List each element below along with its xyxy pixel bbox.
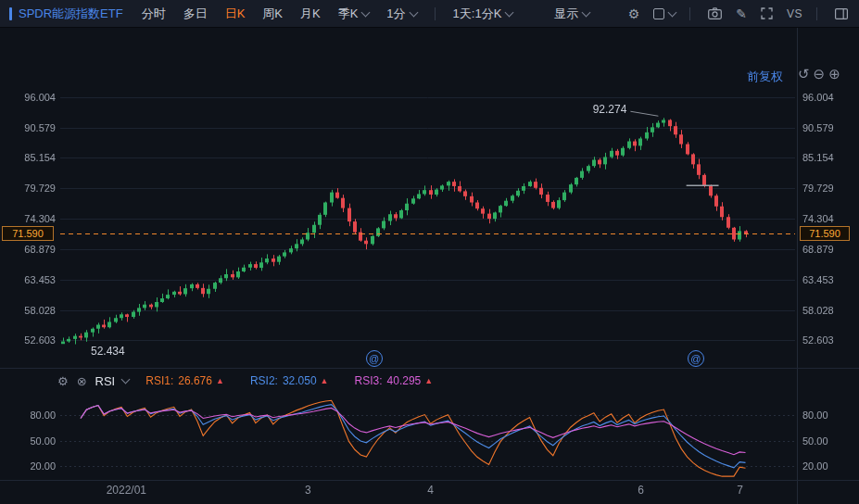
panel-right-icon[interactable]: [835, 8, 848, 19]
y-axis-label: 68.879: [0, 244, 56, 255]
rsi2-value: 32.050: [283, 374, 317, 387]
x-axis-label: 7: [737, 484, 743, 497]
up-arrow-icon: ▲: [424, 376, 433, 385]
y-axis-label: 58.028: [0, 305, 56, 316]
rsi3-value: 40.295: [387, 374, 422, 387]
tab-1min-label: 1分: [386, 6, 405, 22]
rsi2-legend: RSI2: 32.050 ▲: [250, 374, 329, 387]
y-axis-label: 96.004: [0, 92, 56, 103]
low-price-annotation: 52.434: [91, 345, 125, 358]
y-axis-label: 68.879: [802, 244, 856, 255]
chevron-down-icon: [668, 7, 677, 17]
event-marker[interactable]: @: [366, 350, 383, 367]
symbol-title: SPDR能源指数ETF: [9, 6, 123, 22]
display-menu-label: 显示: [554, 6, 578, 22]
expand-icon[interactable]: [761, 7, 773, 19]
rsi1-legend: RSI1: 26.676 ▲: [145, 374, 224, 387]
toolbar-icons: ⚙ ✎ VS: [628, 7, 850, 20]
symbol-title-text: SPDR能源指数ETF: [19, 6, 123, 22]
tab-quarterly-k[interactable]: 季K: [338, 6, 370, 22]
chevron-down-icon: [409, 7, 418, 17]
tab-range-selector[interactable]: 1天:1分K: [453, 6, 513, 22]
y-axis-label: 58.028: [802, 305, 856, 316]
chevron-down-icon: [121, 375, 131, 384]
y-axis-label: 85.154: [0, 152, 56, 163]
toolbar-divider: [689, 7, 690, 20]
rsi-axis-label: 80.00: [802, 410, 856, 421]
up-arrow-icon: ▲: [216, 376, 224, 385]
zoom-out-icon[interactable]: ⊖: [814, 66, 826, 82]
pencil-icon[interactable]: ✎: [736, 7, 747, 20]
zoom-in-icon[interactable]: ⊕: [828, 66, 840, 82]
x-axis-label: 4: [427, 484, 434, 497]
tab-multi-day[interactable]: 多日: [183, 6, 208, 22]
rsi-axis-label: 50.00: [0, 435, 56, 447]
y-axis-label: 52.603: [802, 334, 856, 346]
tab-1min[interactable]: 1分: [386, 6, 416, 22]
adjust-mode-label[interactable]: 前复权: [747, 69, 783, 85]
tab-intraday[interactable]: 分时: [142, 6, 166, 22]
y-axis-label: 52.603: [0, 334, 56, 346]
x-axis-label: 2022/01: [107, 484, 146, 497]
rsi-axis-label: 80.00: [0, 410, 56, 421]
rsi3-label: RSI3:: [355, 374, 383, 387]
reset-zoom-icon[interactable]: ↺: [798, 66, 810, 82]
tab-quarterly-k-label: 季K: [338, 6, 359, 22]
y-axis-label: 74.304: [802, 213, 856, 224]
y-axis-label: 90.579: [802, 122, 856, 133]
zoom-controls: ↺ ⊖ ⊕: [798, 66, 840, 82]
title-marker: [9, 7, 12, 20]
chevron-down-icon: [505, 7, 514, 17]
price-badge-right: 71.590: [800, 226, 850, 241]
tab-weekly-k[interactable]: 周K: [262, 6, 283, 22]
y-axis-label: 85.154: [802, 152, 856, 163]
chevron-down-icon: [361, 7, 371, 17]
toolbar-divider: [816, 7, 817, 20]
x-axis-label: 3: [305, 484, 311, 497]
chart-style-square-icon: [653, 8, 664, 19]
display-menu[interactable]: 显示: [554, 6, 589, 22]
rsi3-legend: RSI3: 40.295 ▲: [355, 374, 434, 387]
y-axis-label: 90.579: [0, 122, 56, 133]
vs-compare-button[interactable]: VS: [787, 8, 802, 19]
chevron-down-icon: [582, 7, 591, 17]
toolbar: SPDR能源指数ETF 分时 多日 日K 周K 月K 季K 1分 1天:1分K …: [0, 0, 859, 28]
rsi-close-icon[interactable]: ⊗: [77, 374, 87, 388]
peak-price-annotation: 92.274: [593, 103, 627, 116]
stock-chart-window: SPDR能源指数ETF 分时 多日 日K 周K 月K 季K 1分 1天:1分K …: [0, 0, 859, 504]
y-axis-label: 96.004: [802, 92, 856, 103]
y-axis-label: 63.453: [802, 274, 856, 285]
rsi1-value: 26.676: [178, 374, 212, 387]
gear-icon[interactable]: ⚙: [628, 7, 640, 20]
y-axis-label: 79.729: [802, 183, 856, 194]
rsi2-label: RSI2:: [250, 374, 278, 387]
tab-range-selector-label: 1天:1分K: [453, 6, 502, 22]
up-arrow-icon: ▲: [321, 376, 329, 385]
indicator-selector[interactable]: RSI: [95, 374, 116, 388]
chart-overlays: 96.00496.00490.57990.57985.15485.15479.7…: [0, 0, 859, 504]
rsi1-label: RSI1:: [145, 374, 173, 387]
price-badge-left: 71.590: [2, 226, 54, 241]
toolbar-divider: [435, 7, 436, 20]
tab-monthly-k[interactable]: 月K: [300, 6, 321, 22]
y-axis-label: 74.304: [0, 213, 56, 224]
x-axis-label: 6: [638, 484, 644, 497]
rsi-axis-label: 20.00: [0, 460, 56, 472]
rsi-header: ⚙ ⊗ RSI RSI1: 26.676 ▲ RSI2: 32.050 ▲ RS…: [57, 370, 459, 392]
camera-icon[interactable]: [708, 7, 722, 19]
rsi-axis-label: 50.00: [802, 435, 856, 447]
y-axis-label: 79.729: [0, 183, 56, 194]
y-axis-label: 63.453: [0, 274, 56, 285]
event-marker[interactable]: @: [688, 350, 704, 367]
chart-style-icon[interactable]: [653, 8, 676, 19]
rsi-axis-label: 20.00: [802, 460, 856, 472]
rsi-settings-gear-icon[interactable]: ⚙: [57, 374, 69, 388]
tab-daily-k[interactable]: 日K: [225, 6, 246, 22]
